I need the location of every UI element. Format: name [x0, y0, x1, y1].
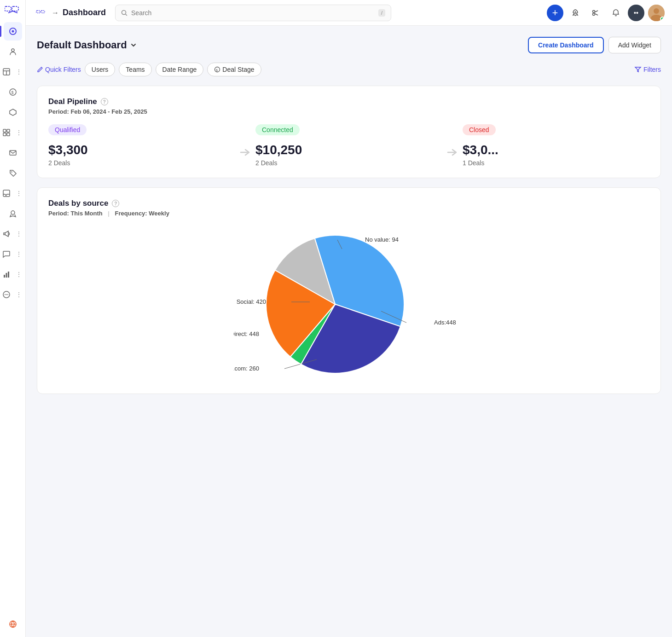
- svg-text:Social: 420: Social: 420: [237, 298, 266, 305]
- svg-point-24: [7, 294, 8, 295]
- svg-rect-27: [36, 11, 40, 13]
- dashboard-actions: Create Dashboard Add Widget: [528, 37, 661, 53]
- main-area: → Dashboard / +: [26, 0, 672, 637]
- search-bar[interactable]: /: [115, 5, 391, 21]
- funnel-icon: [634, 66, 642, 73]
- avatar[interactable]: [648, 5, 665, 21]
- svg-text:$: $: [216, 69, 218, 72]
- svg-rect-19: [6, 273, 7, 278]
- closed-badge: Closed: [463, 124, 496, 135]
- dashboard-title[interactable]: Default Dashboard: [37, 39, 137, 51]
- sidebar-item-table[interactable]: [0, 63, 13, 81]
- svg-rect-16: [3, 190, 10, 197]
- create-dashboard-button[interactable]: Create Dashboard: [528, 37, 604, 53]
- svg-rect-13: [7, 133, 10, 136]
- connected-deals: 2 Deals: [255, 159, 442, 167]
- svg-rect-10: [3, 129, 6, 132]
- svg-point-31: [593, 10, 595, 12]
- sidebar-item-megaphone[interactable]: [0, 225, 13, 243]
- sidebar: ⋮ $ ⋮: [0, 0, 26, 637]
- sidebar-dots-widgets[interactable]: ⋮: [13, 128, 26, 137]
- rocket-button[interactable]: [567, 5, 584, 21]
- nav-row-inbox: ⋮: [0, 184, 25, 203]
- add-widget-button[interactable]: Add Widget: [608, 37, 661, 53]
- filter-date-range[interactable]: Date Range: [156, 63, 204, 76]
- filters-button[interactable]: Filters: [634, 66, 661, 73]
- dashboard-header: Default Dashboard Create Dashboard Add W…: [37, 37, 661, 53]
- svg-rect-1: [12, 6, 18, 11]
- qualified-deals: 2 Deals: [48, 159, 235, 167]
- content-area: Default Dashboard Create Dashboard Add W…: [26, 26, 672, 637]
- sidebar-item-contacts[interactable]: [4, 42, 22, 61]
- nav-row-widgets: ⋮: [0, 123, 25, 142]
- sidebar-item-globe[interactable]: [4, 615, 22, 633]
- search-icon: [121, 10, 127, 16]
- svg-point-17: [11, 211, 15, 214]
- bell-button[interactable]: [608, 5, 624, 21]
- pipeline-arrow-2: [442, 138, 463, 167]
- filter-deal-stage[interactable]: $ Deal Stage: [207, 63, 261, 76]
- sidebar-item-widgets[interactable]: [0, 123, 13, 142]
- sidebar-dots-chat[interactable]: ⋮: [13, 249, 26, 259]
- search-input[interactable]: [131, 9, 375, 17]
- svg-point-30: [575, 11, 576, 12]
- qualified-amount: $3,300: [48, 143, 235, 157]
- filter-teams[interactable]: Teams: [119, 63, 151, 76]
- chevron-down-icon: [130, 41, 137, 49]
- svg-rect-0: [5, 6, 11, 11]
- svg-rect-12: [3, 133, 6, 136]
- svg-rect-28: [41, 11, 45, 13]
- pie-chart-container: Ads:448Google.com: 260Direct: 448Social:…: [48, 226, 649, 382]
- deal-pipeline-title: Deal Pipeline ?: [48, 97, 649, 106]
- sidebar-item-mail[interactable]: [4, 144, 22, 162]
- svg-text:Direct: 448: Direct: 448: [234, 330, 259, 337]
- svg-point-34: [654, 8, 659, 14]
- add-button[interactable]: +: [547, 5, 563, 21]
- nav-row-table: ⋮: [0, 63, 25, 81]
- page-title: Dashboard: [63, 8, 106, 17]
- svg-text:No value: 94: No value: 94: [365, 236, 399, 243]
- sidebar-dots-megaphone[interactable]: ⋮: [13, 229, 26, 238]
- sidebar-dots-chart[interactable]: ⋮: [13, 270, 26, 279]
- svg-point-15: [11, 171, 12, 172]
- sidebar-item-dashboard[interactable]: [4, 22, 22, 41]
- topbar-actions: + ••: [547, 5, 665, 21]
- sidebar-item-deals[interactable]: $: [4, 83, 22, 101]
- svg-point-23: [6, 294, 7, 295]
- back-nav[interactable]: [33, 7, 48, 18]
- logo[interactable]: [4, 4, 22, 18]
- deal-pipeline-info-icon[interactable]: ?: [101, 98, 108, 105]
- presence-button[interactable]: ••: [628, 5, 644, 21]
- svg-text:$: $: [11, 90, 13, 95]
- sidebar-dots-inbox[interactable]: ⋮: [13, 189, 26, 198]
- nav-row-chart: ⋮: [0, 265, 25, 284]
- sidebar-item-more[interactable]: [0, 285, 13, 304]
- closed-amount: $3,0...: [463, 143, 649, 157]
- sidebar-dots-table[interactable]: ⋮: [13, 67, 26, 76]
- sidebar-dots-more[interactable]: ⋮: [13, 290, 26, 299]
- svg-rect-18: [4, 275, 5, 278]
- sidebar-item-badge[interactable]: [4, 204, 22, 223]
- sidebar-item-chart[interactable]: [0, 265, 13, 284]
- deals-by-source-title: Deals by source ?: [48, 199, 649, 208]
- svg-point-29: [122, 10, 126, 14]
- sidebar-bottom: [4, 615, 22, 633]
- connected-badge: Connected: [255, 124, 300, 135]
- sidebar-item-inbox[interactable]: [0, 184, 13, 203]
- svg-point-32: [593, 13, 595, 15]
- sidebar-item-tag[interactable]: [4, 164, 22, 182]
- sidebar-item-box[interactable]: [4, 103, 22, 122]
- deals-by-source-info-icon[interactable]: ?: [112, 200, 119, 207]
- topbar-arrow[interactable]: →: [52, 9, 59, 17]
- sidebar-item-chat[interactable]: [0, 245, 13, 263]
- filter-users[interactable]: Users: [85, 63, 116, 76]
- pie-chart: Ads:448Google.com: 260Direct: 448Social:…: [234, 226, 464, 382]
- nav-row-megaphone: ⋮: [0, 225, 25, 243]
- svg-text:Google.com: 260: Google.com: 260: [234, 365, 259, 372]
- quick-filters-bar: Quick Filters Users Teams Date Range $ D…: [37, 63, 661, 76]
- deal-stage-icon: $: [214, 66, 220, 73]
- quick-filters-label[interactable]: Quick Filters: [37, 66, 81, 73]
- pipeline-stages: Qualified $3,300 2 Deals Connected: [48, 124, 649, 167]
- connected-amount: $10,250: [255, 143, 442, 157]
- scissors-button[interactable]: [587, 5, 604, 21]
